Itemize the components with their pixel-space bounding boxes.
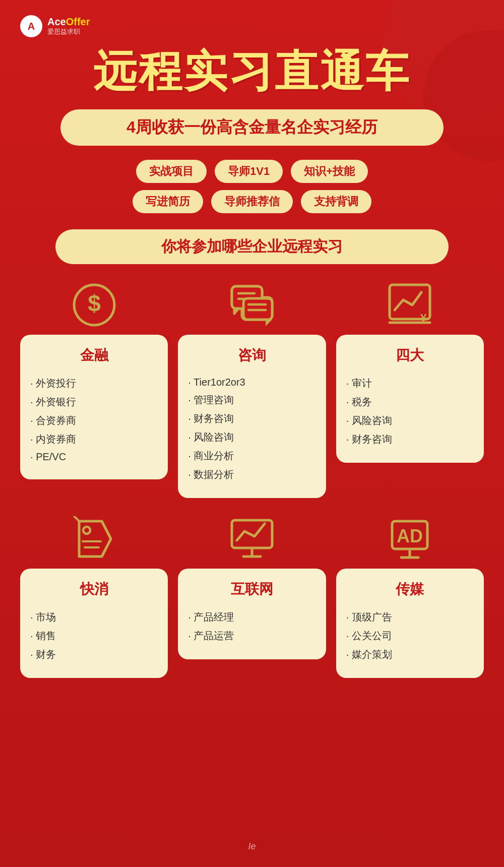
tags-row-1: 实战项目 导师1V1 知识+技能	[136, 160, 368, 183]
big4-icon-wrap: ¥	[387, 282, 432, 328]
list-item: 外资银行	[30, 393, 158, 411]
finance-icon-wrap: $	[72, 282, 117, 328]
list-item: 合资券商	[30, 411, 158, 430]
bottom-decoration: Ie	[0, 841, 504, 852]
tag-item: 实战项目	[136, 160, 207, 183]
list-item: 税务	[346, 393, 474, 411]
section-header: 你将参加哪些企业远程实习	[55, 229, 449, 264]
list-item: 财务咨询	[346, 430, 474, 449]
list-item: 市场	[30, 608, 158, 627]
list-item: 数据分析	[188, 465, 316, 484]
big4-card: 四大 审计 税务 风险咨询 财务咨询	[336, 335, 484, 463]
tag-item: 写进简历	[133, 190, 203, 213]
list-item: 公关公司	[346, 627, 474, 645]
logo-cn: 爱思益求职	[47, 27, 90, 36]
section-title: 你将参加哪些企业远程实习	[161, 238, 343, 255]
card-col-big4: ¥ 四大 审计 税务 风险咨询 财务咨询	[336, 282, 484, 498]
dollar-circle-icon: $	[72, 282, 117, 328]
subtitle-band: 4周收获一份高含金量名企实习经历	[60, 109, 444, 146]
svg-line-21	[74, 516, 79, 521]
list-item: 产品运营	[188, 627, 316, 645]
chart-screen-icon	[229, 516, 275, 562]
list-item: 财务	[30, 645, 158, 664]
cards-grid-row1: $ 金融 外资投行 外资银行 合资券商 内资券商 PE/VC	[20, 282, 484, 498]
tag-icon	[72, 516, 117, 562]
fmcg-card-title: 快消	[30, 580, 158, 599]
logo-icon: A	[20, 15, 42, 37]
main-title-area: 远程实习直通车	[20, 47, 484, 95]
svg-text:$: $	[88, 290, 101, 317]
list-item: 风险咨询	[346, 411, 474, 430]
list-item: 审计	[346, 374, 474, 393]
subtitle-text: 4周收获一份高含金量名企实习经历	[127, 118, 377, 136]
fmcg-card: 快消 市场 销售 财务	[20, 569, 168, 678]
cards-grid-row2: 快消 市场 销售 财务	[20, 516, 484, 678]
finance-card: 金融 外资投行 外资银行 合资券商 内资券商 PE/VC	[20, 335, 168, 479]
tag-item: 知识+技能	[291, 160, 368, 183]
list-item: 产品经理	[188, 608, 316, 627]
chart-yen-icon: ¥	[387, 282, 432, 328]
big4-card-list: 审计 税务 风险咨询 财务咨询	[346, 374, 474, 449]
list-item: 顶级广告	[346, 608, 474, 627]
main-title: 远程实习直通车	[20, 47, 484, 95]
tag-item: 支持背调	[301, 190, 371, 213]
list-item: Tier1or2or3	[188, 374, 316, 391]
card-col-fmcg: 快消 市场 销售 财务	[20, 516, 168, 678]
card-col-internet: 互联网 产品经理 产品运营	[178, 516, 326, 678]
list-item: PE/VC	[30, 449, 158, 465]
card-col-consulting: 咨询 Tier1or2or3 管理咨询 财务咨询 风险咨询 商业分析 数据分析	[178, 282, 326, 498]
big4-card-title: 四大	[346, 346, 474, 365]
consulting-icon-wrap	[229, 282, 275, 328]
svg-marker-14	[266, 320, 272, 326]
media-icon-wrap: AD	[387, 516, 432, 562]
fmcg-card-list: 市场 销售 财务	[30, 608, 158, 664]
list-item: 财务咨询	[188, 409, 316, 428]
logo-en: AceOffer	[47, 16, 90, 27]
media-card: 传媒 顶级广告 公关公司 媒介策划	[336, 569, 484, 678]
consulting-card-list: Tier1or2or3 管理咨询 财务咨询 风险咨询 商业分析 数据分析	[188, 374, 316, 484]
list-item: 内资券商	[30, 430, 158, 449]
card-col-finance: $ 金融 外资投行 外资银行 合资券商 内资券商 PE/VC	[20, 282, 168, 498]
internet-card: 互联网 产品经理 产品运营	[178, 569, 326, 659]
internet-card-title: 互联网	[188, 580, 316, 599]
finance-card-list: 外资投行 外资银行 合资券商 内资券商 PE/VC	[30, 374, 158, 465]
list-item: 销售	[30, 627, 158, 645]
logo-text: AceOffer 爱思益求职	[47, 16, 90, 36]
card-col-media: AD 传媒 顶级广告 公关公司 媒介策划	[336, 516, 484, 678]
svg-point-18	[83, 527, 90, 534]
internet-icon-wrap	[229, 516, 275, 562]
tags-area: 实战项目 导师1V1 知识+技能 写进简历 导师推荐信 支持背调	[20, 160, 484, 213]
list-item: 商业分析	[188, 447, 316, 465]
tags-row-2: 写进简历 导师推荐信 支持背调	[133, 190, 371, 213]
list-item: 外资投行	[30, 374, 158, 393]
fmcg-icon-wrap	[72, 516, 117, 562]
bottom-text: Ie	[248, 841, 256, 852]
list-item: 管理咨询	[188, 391, 316, 409]
tag-item: 导师推荐信	[211, 190, 293, 213]
ad-icon: AD	[387, 516, 432, 562]
finance-card-title: 金融	[30, 346, 158, 365]
list-item: 风险咨询	[188, 428, 316, 447]
svg-text:AD: AD	[397, 526, 423, 546]
tag-item: 导师1V1	[215, 160, 283, 183]
internet-card-list: 产品经理 产品运营	[188, 608, 316, 645]
media-card-list: 顶级广告 公关公司 媒介策划	[346, 608, 474, 664]
logo-area: A AceOffer 爱思益求职	[20, 15, 484, 37]
consulting-card-title: 咨询	[188, 346, 316, 365]
consulting-card: 咨询 Tier1or2or3 管理咨询 财务咨询 风险咨询 商业分析 数据分析	[178, 335, 326, 498]
media-card-title: 传媒	[346, 580, 474, 599]
list-item: 媒介策划	[346, 645, 474, 664]
chat-icon	[229, 282, 275, 328]
